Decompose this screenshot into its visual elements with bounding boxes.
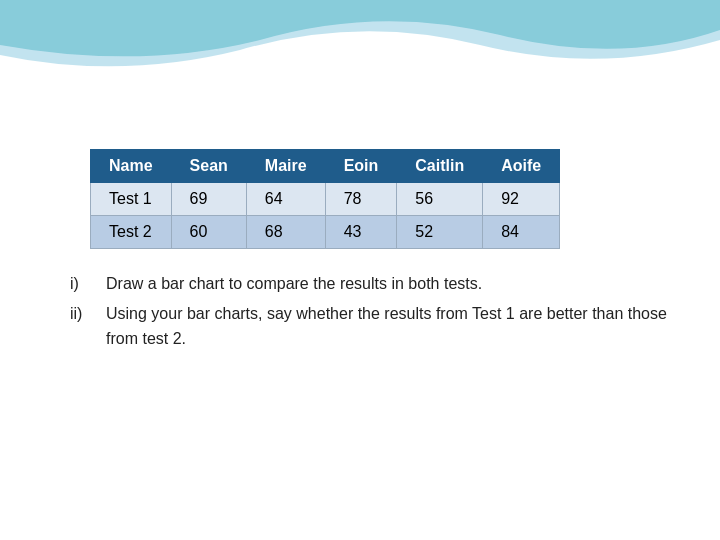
table-header-cell: Sean [171, 150, 246, 183]
data-table-container: NameSeanMaireEoinCaitlinAoife Test 16964… [90, 149, 670, 249]
instruction-item: i)Draw a bar chart to compare the result… [70, 271, 670, 297]
table-cell: 84 [483, 216, 560, 249]
table-header-cell: Maire [246, 150, 325, 183]
instruction-text: Using your bar charts, say whether the r… [106, 301, 670, 352]
table-cell: 43 [325, 216, 397, 249]
instruction-text: Draw a bar chart to compare the results … [106, 271, 482, 297]
table-cell: 60 [171, 216, 246, 249]
table-row: Test 16964785692 [91, 183, 560, 216]
table-cell: 64 [246, 183, 325, 216]
table-cell: Test 2 [91, 216, 172, 249]
table-cell: 52 [397, 216, 483, 249]
table-body: Test 16964785692Test 26068435284 [91, 183, 560, 249]
table-cell: 69 [171, 183, 246, 216]
instruction-label: ii) [70, 301, 98, 352]
table-cell: 56 [397, 183, 483, 216]
subtitle [50, 104, 670, 129]
table-header-cell: Name [91, 150, 172, 183]
main-content: NameSeanMaireEoinCaitlinAoife Test 16964… [0, 0, 720, 386]
marks-table: NameSeanMaireEoinCaitlinAoife Test 16964… [90, 149, 560, 249]
table-row: Test 26068435284 [91, 216, 560, 249]
table-cell: 78 [325, 183, 397, 216]
instructions-list: i)Draw a bar chart to compare the result… [70, 271, 670, 352]
table-header-row: NameSeanMaireEoinCaitlinAoife [91, 150, 560, 183]
instruction-label: i) [70, 271, 98, 297]
table-header-cell: Aoife [483, 150, 560, 183]
instruction-item: ii)Using your bar charts, say whether th… [70, 301, 670, 352]
table-header-cell: Caitlin [397, 150, 483, 183]
table-cell: 92 [483, 183, 560, 216]
table-cell: 68 [246, 216, 325, 249]
table-cell: Test 1 [91, 183, 172, 216]
table-header-cell: Eoin [325, 150, 397, 183]
